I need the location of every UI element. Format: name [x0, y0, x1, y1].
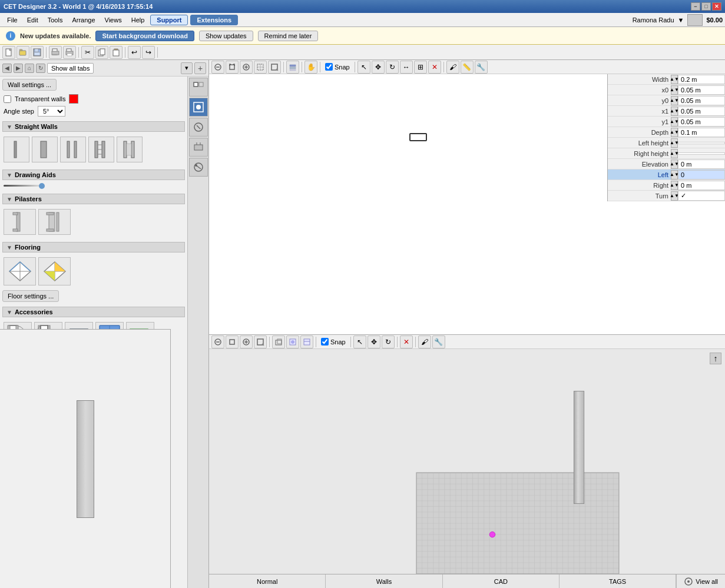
status-tab-cad[interactable]: CAD: [443, 574, 560, 588]
bt-paint[interactable]: 🖌: [418, 335, 431, 348]
angle-step-select[interactable]: 5° 10° 15° 30° 45°: [38, 106, 65, 117]
drawing-aids-section-header[interactable]: ▼ Drawing Aids: [2, 170, 185, 180]
bt-snap-checkbox[interactable]: [321, 338, 329, 346]
prop-left-stepper[interactable]: ▲▼: [671, 170, 678, 180]
drawing-aid-item[interactable]: [2, 182, 185, 189]
bt-save-btn[interactable]: [300, 335, 313, 348]
show-all-tabs-button[interactable]: Show all tabs: [47, 63, 94, 74]
new-button[interactable]: [2, 46, 15, 59]
straight-walls-section-header[interactable]: ▼ Straight Walls: [2, 121, 185, 132]
save-button[interactable]: [31, 46, 44, 59]
vp-zoom-window-button[interactable]: [268, 61, 281, 74]
pilasters-section-header[interactable]: ▼ Pilasters: [2, 194, 185, 204]
prop-right-height-value[interactable]: [678, 152, 725, 155]
prop-x1-stepper[interactable]: ▲▼: [671, 107, 678, 116]
open-button[interactable]: [16, 46, 29, 59]
add-tab-button[interactable]: +: [194, 62, 206, 74]
menu-edit[interactable]: Edit: [22, 15, 43, 25]
vp-zoom-in-button[interactable]: [240, 61, 253, 74]
menu-help[interactable]: Help: [127, 15, 150, 25]
copy-button[interactable]: [95, 46, 108, 59]
print-preview-button[interactable]: [49, 46, 62, 59]
prop-y1-stepper[interactable]: ▲▼: [671, 117, 678, 127]
prop-elevation-value[interactable]: 0 m: [678, 160, 725, 169]
side-btn-1[interactable]: [189, 78, 208, 97]
snap-checkbox[interactable]: [325, 63, 333, 71]
vp-zoom-select-button[interactable]: [254, 61, 267, 74]
prop-turn-value[interactable]: ✓: [678, 191, 725, 201]
vp-zoom-out-button[interactable]: [211, 61, 224, 74]
prop-y1-value[interactable]: 0.05 m: [678, 117, 725, 127]
back-button[interactable]: ◀: [2, 64, 12, 73]
accessories-section-header[interactable]: ▼ Accessories: [2, 307, 185, 317]
view-all-button[interactable]: View all: [676, 574, 725, 588]
user-name[interactable]: Ramona Radu: [633, 16, 674, 24]
bt-zoom-in[interactable]: [240, 335, 253, 348]
prop-left-value[interactable]: 0: [678, 170, 725, 180]
status-tab-tags[interactable]: TAGS: [560, 574, 676, 588]
prop-depth-value[interactable]: 0.1 m: [678, 128, 725, 137]
vp-mirror-button[interactable]: ↔: [400, 61, 413, 74]
floor-settings-button[interactable]: Floor settings ...: [2, 290, 59, 302]
minimize-button[interactable]: −: [691, 2, 700, 11]
remind-later-button[interactable]: Remind me later: [258, 31, 319, 41]
bt-rotate[interactable]: ↻: [382, 335, 395, 348]
prop-right-stepper[interactable]: ▲▼: [671, 181, 678, 190]
bt-delete[interactable]: ✕: [400, 335, 413, 348]
print-button[interactable]: [63, 46, 76, 59]
vp-select-button[interactable]: ↖: [357, 61, 370, 74]
undo-button[interactable]: ↩: [128, 46, 141, 59]
wall-settings-button[interactable]: Wall settings ...: [2, 79, 57, 91]
menu-support[interactable]: Support: [150, 15, 188, 25]
menu-extensions[interactable]: Extensions: [190, 15, 238, 25]
wall-item-2[interactable]: [32, 137, 58, 162]
wall-item-1[interactable]: [4, 137, 29, 162]
start-download-button[interactable]: Start background download: [95, 31, 194, 41]
close-button[interactable]: ✕: [712, 2, 721, 11]
vp-move-button[interactable]: ✥: [372, 61, 385, 74]
menu-views[interactable]: Views: [100, 15, 127, 25]
vp-pan-button[interactable]: ✋: [304, 61, 317, 74]
3d-up-icon[interactable]: ↑: [710, 353, 721, 364]
pilaster-item-2[interactable]: [38, 209, 71, 235]
prop-x0-value[interactable]: 0.05 m: [678, 85, 725, 95]
side-btn-2[interactable]: [189, 98, 208, 117]
vp-layers-button[interactable]: [286, 61, 299, 74]
window-controls[interactable]: − □ ✕: [691, 2, 721, 11]
transparent-walls-color[interactable]: [69, 94, 78, 104]
redo-button[interactable]: ↪: [142, 46, 155, 59]
menu-arrange[interactable]: Arrange: [67, 15, 100, 25]
prop-left-height-stepper[interactable]: ▲▼: [671, 138, 678, 148]
bt-zoom-out[interactable]: [211, 335, 224, 348]
flooring-item-2[interactable]: [38, 257, 71, 285]
restore-button[interactable]: □: [701, 2, 711, 11]
tab-dropdown[interactable]: ▾: [181, 62, 193, 74]
bt-zoom-window[interactable]: [254, 335, 267, 348]
top-canvas[interactable]: Width ▲▼ 0.2 m x0 ▲▼ 0.05 m y0 ▲▼ 0.05 m: [209, 74, 725, 334]
wall-item-5[interactable]: [117, 137, 143, 162]
prop-turn-stepper[interactable]: ▲▼: [671, 191, 678, 201]
transparent-walls-checkbox[interactable]: [4, 95, 11, 103]
3d-viewport[interactable]: ↑: [209, 349, 725, 574]
wall-item-3[interactable]: [60, 137, 86, 162]
side-btn-4[interactable]: [189, 138, 208, 157]
refresh-button[interactable]: ↻: [36, 64, 45, 73]
prop-y0-stepper[interactable]: ▲▼: [671, 96, 678, 105]
bt-3d-btn[interactable]: [272, 335, 285, 348]
bt-tools[interactable]: 🔧: [432, 335, 445, 348]
paste-button[interactable]: [110, 46, 123, 59]
vp-zoom-extents-button[interactable]: [226, 61, 239, 74]
prop-elevation-stepper[interactable]: ▲▼: [671, 160, 678, 169]
menu-tools[interactable]: Tools: [43, 15, 68, 25]
bt-zoom-extents[interactable]: [226, 335, 239, 348]
wall-item-4[interactable]: [88, 137, 114, 162]
prop-y0-value[interactable]: 0.05 m: [678, 96, 725, 105]
prop-right-height-stepper[interactable]: ▲▼: [671, 149, 678, 158]
vp-paint-button[interactable]: 🖌: [446, 61, 459, 74]
prop-x0-stepper[interactable]: ▲▼: [671, 85, 678, 95]
flooring-item-1[interactable]: [4, 257, 36, 285]
pilaster-item-1[interactable]: [4, 209, 36, 235]
bt-render-btn[interactable]: [286, 335, 299, 348]
cut-button[interactable]: ✂: [81, 46, 94, 59]
menu-file[interactable]: File: [2, 15, 22, 25]
